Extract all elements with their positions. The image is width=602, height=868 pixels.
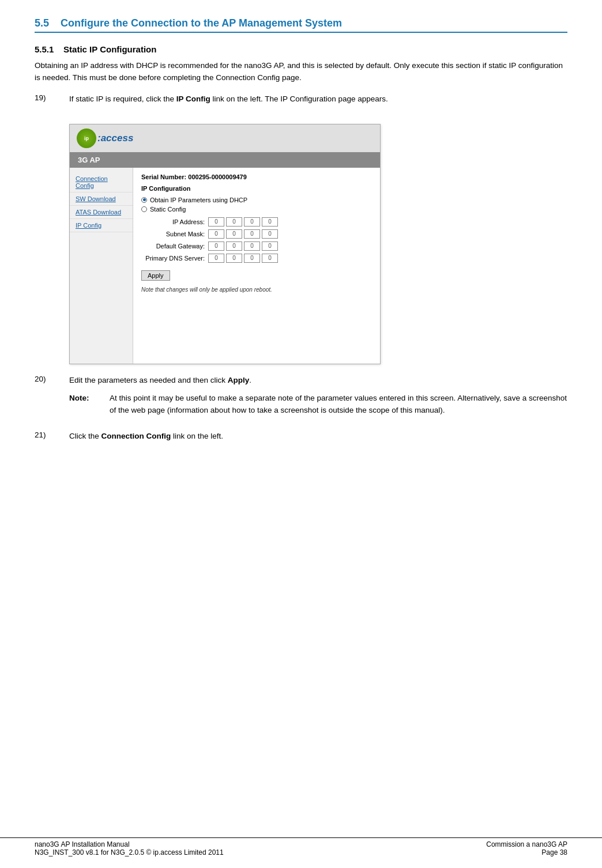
step-21-bold: Connection Config <box>101 432 171 440</box>
apply-button-container: Apply <box>141 266 372 284</box>
radio-dhcp[interactable]: Obtain IP Parameters using DHCP <box>141 197 372 203</box>
radio-static-circle <box>141 206 147 212</box>
serial-value: 000295-0000009479 <box>188 173 247 180</box>
note-label: Note: <box>69 393 110 405</box>
screenshot-mockup: ip :access 3G AP Connection Config SW Do… <box>69 124 381 364</box>
gw-octet-1[interactable] <box>208 241 224 251</box>
screenshot-header: ip :access <box>70 124 380 152</box>
page-container: 5.5 Configure the Connection to the AP M… <box>0 0 602 868</box>
footer-left-line1: nano3G AP Installation Manual <box>35 840 224 848</box>
footer-left-line2: N3G_INST_300 v8.1 for N3G_2.0.5 © ip.acc… <box>35 848 224 856</box>
radio-static-label: Static Config <box>150 206 186 213</box>
dns-octet-3[interactable] <box>244 254 260 263</box>
gw-octet-2[interactable] <box>226 241 242 251</box>
subsection-heading: 5.5.1 Static IP Configuration <box>35 44 567 54</box>
section-number: 5.5 <box>35 17 49 29</box>
step-19-content: If static IP is required, click the IP C… <box>69 93 567 105</box>
step-19-number: 19) <box>35 93 69 102</box>
ip-octet-2[interactable] <box>226 217 242 227</box>
step-21-number: 21) <box>35 431 69 439</box>
ss-top-bar: 3G AP <box>70 152 380 168</box>
note-text: At this point it may be useful to make a… <box>110 393 567 417</box>
ip-octet-4[interactable] <box>262 217 278 227</box>
gw-octet-4[interactable] <box>262 241 278 251</box>
ss-main: Serial Number: 000295-0000009479 IP Conf… <box>133 168 380 364</box>
gw-octet-3[interactable] <box>244 241 260 251</box>
field-subnet-inputs <box>208 229 278 239</box>
field-gateway-inputs <box>208 241 278 251</box>
note-block: Note: At this point it may be useful to … <box>69 393 567 417</box>
ip-logo-icon: ip <box>77 129 96 148</box>
footer-right-line1: Commission a nano3G AP <box>486 840 567 848</box>
subnet-octet-4[interactable] <box>262 229 278 239</box>
field-ip-label: IP Address: <box>141 218 205 225</box>
ip-octet-1[interactable] <box>208 217 224 227</box>
step-19-bold: IP Config <box>176 95 210 103</box>
ss-sidebar: Connection Config SW Download ATAS Downl… <box>70 168 133 364</box>
sidebar-item-sw-download[interactable]: SW Download <box>70 193 133 206</box>
footer-right: Commission a nano3G AP Page 38 <box>486 840 567 856</box>
apply-button[interactable]: Apply <box>141 270 170 281</box>
subsection-title: Static IP Configuration <box>63 44 156 54</box>
section-title: Configure the Connection to the AP Manag… <box>61 17 342 29</box>
ip-logo-text: :access <box>97 133 133 144</box>
intro-text: Obtaining an IP address with DHCP is rec… <box>35 60 567 84</box>
step-21: 21) Click the Connection Config link on … <box>35 431 567 443</box>
field-dns-inputs <box>208 254 278 263</box>
subsection-number: 5.5.1 <box>35 44 54 54</box>
screenshot-body: Connection Config SW Download ATAS Downl… <box>70 168 380 364</box>
field-dns-server: Primary DNS Server: <box>141 254 372 263</box>
ss-radio-group: Obtain IP Parameters using DHCP Static C… <box>141 197 372 213</box>
dns-octet-2[interactable] <box>226 254 242 263</box>
ip-logo: ip :access <box>77 129 133 148</box>
ss-config-title: IP Configuration <box>141 185 372 192</box>
dns-octet-4[interactable] <box>262 254 278 263</box>
radio-dhcp-circle <box>141 197 147 203</box>
sidebar-item-ip-config[interactable]: IP Config <box>70 219 133 232</box>
step-21-content: Click the Connection Config link on the … <box>69 431 567 443</box>
step-20: 20) Edit the parameters as needed and th… <box>35 375 567 422</box>
footer-right-line2: Page 38 <box>486 848 567 856</box>
subnet-octet-3[interactable] <box>244 229 260 239</box>
page-footer: nano3G AP Installation Manual N3G_INST_3… <box>0 837 602 856</box>
subnet-octet-1[interactable] <box>208 229 224 239</box>
ss-reboot-note: Note that changes will only be applied u… <box>141 286 372 293</box>
section-heading: 5.5 Configure the Connection to the AP M… <box>35 17 567 33</box>
footer-left: nano3G AP Installation Manual N3G_INST_3… <box>35 840 224 856</box>
sidebar-item-connection-config[interactable]: Connection Config <box>70 172 133 193</box>
step-20-number: 20) <box>35 375 69 383</box>
sidebar-item-atas-download[interactable]: ATAS Download <box>70 206 133 219</box>
radio-static[interactable]: Static Config <box>141 206 372 213</box>
step-20-content: Edit the parameters as needed and then c… <box>69 375 567 422</box>
subnet-octet-2[interactable] <box>226 229 242 239</box>
ip-octet-3[interactable] <box>244 217 260 227</box>
dns-octet-1[interactable] <box>208 254 224 263</box>
field-gateway-label: Default Gateway: <box>141 243 205 250</box>
step-19: 19) If static IP is required, click the … <box>35 93 567 105</box>
ss-serial: Serial Number: 000295-0000009479 <box>141 173 372 180</box>
field-dns-label: Primary DNS Server: <box>141 255 205 262</box>
field-default-gateway: Default Gateway: <box>141 241 372 251</box>
step-20-bold: Apply <box>228 376 250 384</box>
serial-label: Serial Number: <box>141 173 186 180</box>
field-ip-inputs <box>208 217 278 227</box>
radio-dhcp-label: Obtain IP Parameters using DHCP <box>150 197 247 203</box>
field-ip-address: IP Address: <box>141 217 372 227</box>
field-subnet-label: Subnet Mask: <box>141 231 205 237</box>
field-subnet-mask: Subnet Mask: <box>141 229 372 239</box>
